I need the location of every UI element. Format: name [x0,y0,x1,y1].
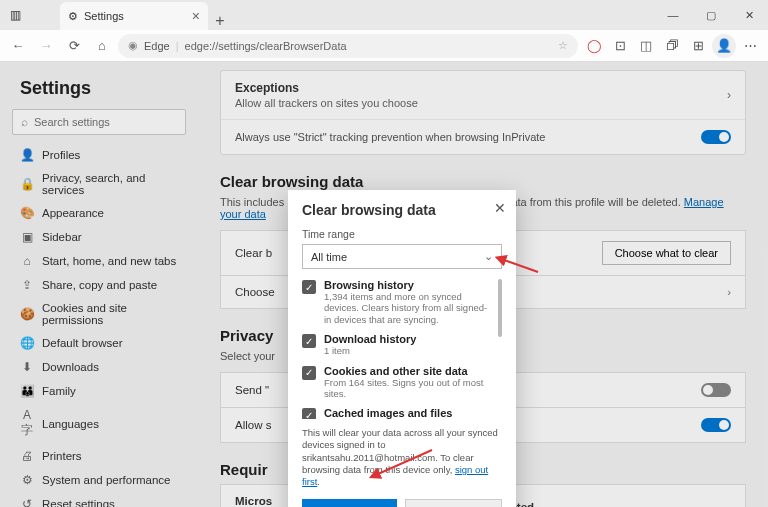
nav-icon: ⌂ [20,254,34,268]
sidebar-item-sidebar[interactable]: ▣Sidebar [12,225,186,249]
allow-toggle[interactable] [701,418,731,432]
nav-label: Printers [42,450,82,462]
back-button[interactable]: ← [6,34,30,58]
nav-label: Family [42,385,76,397]
strict-toggle[interactable] [701,130,731,144]
cancel-button[interactable]: Cancel [405,499,502,507]
home-button[interactable]: ⌂ [90,34,114,58]
nav-label: Downloads [42,361,99,373]
nav-icon: 🔒 [20,177,34,191]
url-text: edge://settings/clearBrowserData [185,40,347,52]
time-range-value: All time [311,251,347,263]
ext-icon-1[interactable]: ⊡ [608,34,632,58]
nav-label: Languages [42,418,99,430]
checkbox-checked-icon[interactable]: ✓ [302,366,316,380]
check-sub: 1 item [324,345,416,356]
nav-label: Cookies and site permissions [42,302,178,326]
checklist-item[interactable]: ✓Browsing history1,394 items and more on… [302,279,494,325]
sidebar-item-default-browser[interactable]: 🌐Default browser [12,331,186,355]
collections-icon[interactable]: 🗇 [660,34,684,58]
minimize-button[interactable]: — [654,0,692,30]
nav-icon: 👪 [20,384,34,398]
sidebar-item-reset-settings[interactable]: ↺Reset settings [12,492,186,507]
sidebar-item-profiles[interactable]: 👤Profiles [12,143,186,167]
time-range-label: Time range [302,228,502,240]
check-title: Cached images and files [324,407,494,419]
sidebar-item-appearance[interactable]: 🎨Appearance [12,201,186,225]
dialog-note: This will clear your data across all you… [302,427,502,489]
checklist-item[interactable]: ✓Cookies and other site dataFrom 164 sit… [302,365,494,400]
edge-label: Edge [144,40,170,52]
nav-icon: 🖨 [20,449,34,463]
chevron-right-icon: › [727,88,731,102]
strict-label: Always use "Strict" tracking prevention … [235,131,545,143]
close-window-button[interactable]: ✕ [730,0,768,30]
star-icon[interactable]: ☆ [558,39,568,52]
choose-what-to-clear-button[interactable]: Choose what to clear [602,241,731,265]
checklist-item[interactable]: ✓Cached images and filesFrees up less th… [302,407,494,419]
chevron-right-icon: › [727,286,731,298]
ext-icon-2[interactable]: ⊞ [686,34,710,58]
refresh-button[interactable]: ⟳ [62,34,86,58]
search-input[interactable] [34,116,177,128]
tab-actions-icon[interactable]: ▥ [0,8,30,22]
maximize-button[interactable]: ▢ [692,0,730,30]
nav-label: Default browser [42,337,123,349]
dnt-toggle[interactable] [701,383,731,397]
site-info-icon[interactable]: ◉ [128,39,138,52]
window-controls: — ▢ ✕ [654,0,768,30]
nav-label: Profiles [42,149,80,161]
nav-icon: ↺ [20,497,34,507]
sidebar-item-start-home-and-new-tabs[interactable]: ⌂Start, home, and new tabs [12,249,186,273]
checklist-item[interactable]: ✓Download history1 item [302,333,494,356]
check-title: Cookies and other site data [324,365,494,377]
sidebar-item-cookies-and-site-permissions[interactable]: 🍪Cookies and site permissions [12,297,186,331]
clear-browsing-data-dialog: ✕ Clear browsing data Time range All tim… [288,190,516,507]
tab-title: Settings [84,10,124,22]
nav-icon: ⚙ [20,473,34,487]
dialog-title: Clear browsing data [302,202,502,218]
settings-search[interactable]: ⌕ [12,109,186,135]
strict-prevention-row: Always use "Strict" tracking prevention … [221,119,745,154]
search-icon: ⌕ [21,115,28,129]
nav-label: Sidebar [42,231,82,243]
checkbox-checked-icon[interactable]: ✓ [302,408,316,419]
check-title: Browsing history [324,279,494,291]
cbd-section-title: Clear browsing data [220,173,746,190]
exceptions-title: Exceptions [235,81,418,95]
nav-label: System and performance [42,474,170,486]
nav-label: Privacy, search, and services [42,172,178,196]
nav-label: Start, home, and new tabs [42,255,176,267]
sidebar-item-share-copy-and-paste[interactable]: ⇪Share, copy and paste [12,273,186,297]
sidebar-item-downloads[interactable]: ⬇Downloads [12,355,186,379]
check-title: Download history [324,333,416,345]
clear-now-button[interactable]: Clear now [302,499,397,507]
new-tab-button[interactable]: + [208,12,232,30]
split-icon[interactable]: ◫ [634,34,658,58]
time-range-select[interactable]: All time ⌄ [302,244,502,269]
sidebar-item-system-and-performance[interactable]: ⚙System and performance [12,468,186,492]
nav-label: Reset settings [42,498,115,507]
browser-tab[interactable]: ⚙ Settings × [60,2,208,30]
profile-avatar[interactable]: 👤 [712,34,736,58]
forward-button: → [34,34,58,58]
sidebar-item-privacy-search-and-services[interactable]: 🔒Privacy, search, and services [12,167,186,201]
nav-icon: ▣ [20,230,34,244]
nav-icon: 👤 [20,148,34,162]
settings-title: Settings [20,78,186,99]
dialog-close-icon[interactable]: ✕ [494,200,506,216]
gear-icon: ⚙ [68,10,78,23]
dialog-scrollbar[interactable] [498,279,502,337]
checkbox-checked-icon[interactable]: ✓ [302,334,316,348]
more-menu-icon[interactable]: ⋯ [738,34,762,58]
checkbox-checked-icon[interactable]: ✓ [302,280,316,294]
check-sub: From 164 sites. Signs you out of most si… [324,377,494,400]
opera-ext-icon[interactable]: ◯ [582,34,606,58]
address-bar[interactable]: ◉ Edge | edge://settings/clearBrowserDat… [118,34,578,58]
sidebar-item-languages[interactable]: A字Languages [12,403,186,444]
exceptions-row[interactable]: Exceptions Allow all trackers on sites y… [221,71,745,119]
tab-close-icon[interactable]: × [192,8,200,24]
sidebar-item-family[interactable]: 👪Family [12,379,186,403]
nav-label: Appearance [42,207,104,219]
sidebar-item-printers[interactable]: 🖨Printers [12,444,186,468]
